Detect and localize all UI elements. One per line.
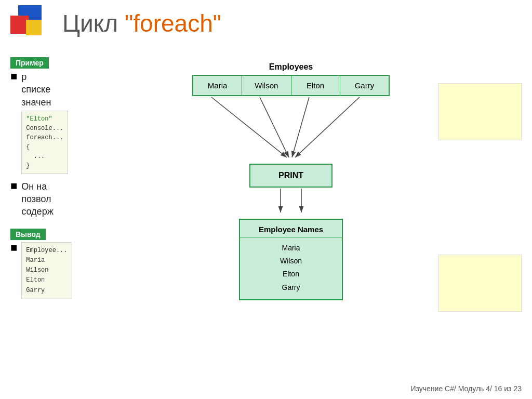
employees-box: Maria Wilson Elton Garry [192, 75, 390, 96]
employee-cell-3: Garry [340, 76, 389, 95]
footer: Изучение C#/ Модуль 4/ 16 из 23 [410, 384, 522, 393]
employee-cell-2: Elton [291, 76, 340, 95]
output-label: Вывод [10, 229, 46, 240]
output-box: Employee... Maria Wilson Elton Garry [21, 242, 72, 299]
code-line-4: { [26, 142, 63, 152]
names-item-1: Wilson [240, 255, 342, 268]
arrows-top-svg [187, 96, 395, 164]
code-line-3: foreach... [26, 133, 63, 142]
bullet1b: списке [21, 84, 50, 95]
output-line-0: Employee... [26, 246, 67, 256]
arrows-bottom-svg [239, 188, 343, 219]
output-line-4: Garry [26, 286, 67, 296]
svg-line-4 [295, 97, 360, 157]
names-item-3: Garry [240, 281, 342, 294]
code-block: "Elton" Console... foreach... { ... } [21, 111, 68, 174]
bullet-dot-2: ■ [10, 179, 17, 193]
names-box: Employee Names Maria Wilson Elton Garry [239, 219, 343, 300]
print-box: PRINT [249, 164, 332, 188]
right-box-bottom [438, 255, 522, 312]
left-panel: Пример ■ р списке значен "Elton" Console… [10, 57, 145, 305]
names-item-2: Elton [240, 268, 342, 281]
code-line-5: ... [26, 152, 63, 161]
svg-line-2 [260, 97, 289, 157]
bullet-dot-1: ■ [10, 70, 17, 83]
code-line-1: "Elton" [26, 114, 63, 124]
bullet1c: значен [21, 97, 51, 108]
output-line-3: Elton [26, 275, 67, 285]
bullet-dot-3: ■ [10, 241, 17, 255]
code-line-2: Console... [26, 124, 63, 133]
code-line-6: } [26, 161, 63, 170]
names-item-0: Maria [240, 242, 342, 255]
employee-cell-0: Maria [193, 76, 242, 95]
employee-cell-1: Wilson [242, 76, 291, 95]
bullet1a: р [21, 72, 26, 82]
page-title: Цикл "foreach" [62, 9, 221, 37]
right-box-top [438, 83, 522, 140]
output-line-1: Maria [26, 256, 67, 265]
diagram-area: Employees Maria Wilson Elton Garry PRINT [145, 62, 436, 338]
employees-label: Employees [145, 62, 436, 72]
bullet-text-1: р списке значен [21, 71, 68, 109]
bullet-item-2: ■ Он напозволсодерж [10, 180, 145, 218]
example-label: Пример [10, 57, 49, 69]
names-box-title: Employee Names [240, 225, 342, 237]
svg-line-1 [211, 97, 287, 157]
logo-yellow-square [26, 20, 42, 35]
bullet-item-3: ■ Employee... Maria Wilson Elton Garry [10, 242, 145, 299]
bullet-text-2: Он напозволсодерж [21, 180, 53, 218]
logo [10, 5, 57, 47]
bullet-item-1: ■ р списке значен "Elton" Console... for… [10, 71, 145, 174]
print-label: PRINT [278, 171, 303, 180]
output-line-2: Wilson [26, 265, 67, 275]
svg-line-3 [292, 97, 309, 157]
title-prefix: Цикл [62, 10, 125, 37]
title-foreach: "foreach" [125, 10, 221, 37]
